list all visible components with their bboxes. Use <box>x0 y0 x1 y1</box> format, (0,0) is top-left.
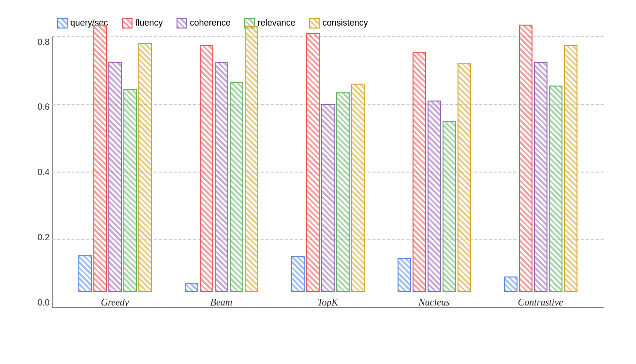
bar-consistency <box>458 63 471 292</box>
group-bars <box>504 25 577 292</box>
x-axis <box>52 307 604 308</box>
bar-relevance <box>443 121 456 292</box>
bar-consistency <box>245 26 258 292</box>
bar-fluency <box>413 52 426 292</box>
group-bars <box>398 52 471 292</box>
bar-consistency <box>351 84 365 292</box>
bar-query_sec <box>398 258 411 292</box>
group-label: TopK <box>317 297 338 308</box>
group-greedy: Greedy <box>78 25 152 308</box>
legend-item-consistency: consistency <box>309 18 368 29</box>
y-axis-label: 0.0 <box>26 298 50 308</box>
group-beam: Beam <box>185 26 258 308</box>
bar-relevance <box>123 89 137 292</box>
bar-fluency <box>200 45 213 292</box>
y-labels: 0.00.20.40.60.8 <box>26 37 50 308</box>
legend-swatch-consistency <box>309 18 320 29</box>
bar-relevance <box>336 92 350 292</box>
y-axis-label: 0.8 <box>26 37 50 47</box>
bar-coherence <box>321 104 335 292</box>
bar-query_sec <box>185 283 198 292</box>
bar-coherence <box>215 62 228 292</box>
bar-coherence <box>428 101 441 292</box>
chart-container: query/secfluencycoherencerelevanceconsis… <box>14 8 623 356</box>
group-bars <box>78 25 152 292</box>
chart-area: 0.00.20.40.60.8 GreedyBeamTopKNucleusCon… <box>52 37 604 308</box>
y-axis-label: 0.4 <box>26 167 50 177</box>
legend-label-relevance: relevance <box>258 18 296 28</box>
group-label: Nucleus <box>418 297 449 308</box>
bar-consistency <box>138 43 152 292</box>
group-bars <box>185 26 258 292</box>
bar-coherence <box>534 62 547 292</box>
legend-swatch-query_sec <box>57 18 68 29</box>
group-label: Contrastive <box>518 297 563 308</box>
bar-relevance <box>549 86 562 292</box>
group-contrastive: Contrastive <box>504 25 577 308</box>
bar-consistency <box>564 45 577 292</box>
group-label: Greedy <box>101 297 129 308</box>
y-axis-label: 0.2 <box>26 233 50 243</box>
group-label: Beam <box>210 297 233 308</box>
bar-query_sec <box>504 277 518 292</box>
group-topk: TopK <box>291 33 365 308</box>
bar-query_sec <box>291 256 305 292</box>
group-nucleus: Nucleus <box>398 52 471 308</box>
bar-fluency <box>519 25 532 292</box>
bars-area: GreedyBeamTopKNucleusContrastive <box>52 37 604 308</box>
bar-fluency <box>306 33 320 292</box>
y-axis-label: 0.6 <box>26 102 50 112</box>
legend-label-consistency: consistency <box>323 18 368 28</box>
bar-relevance <box>230 82 243 292</box>
bar-fluency <box>93 25 107 292</box>
bar-coherence <box>108 62 122 292</box>
bar-query_sec <box>78 255 92 292</box>
group-bars <box>291 33 365 292</box>
